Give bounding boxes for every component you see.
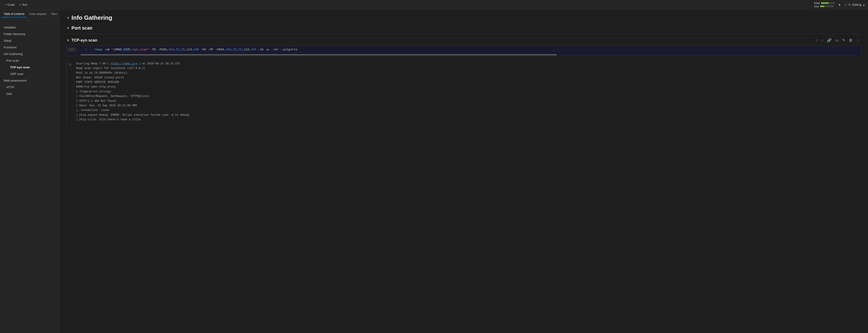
output-line-3: Not shown: 65528 closed ports <box>76 75 858 80</box>
code-pa-443: 443 <box>226 48 231 51</box>
tab-table-of-contents[interactable]: Table of contents <box>1 11 27 18</box>
info-gathering-heading: Info Gathering <box>71 14 112 21</box>
sidebar-content: Variables Folder hierarchy Setup Functio… <box>0 22 59 333</box>
link-button[interactable]: 🔗 <box>826 37 833 43</box>
disk-bar <box>820 5 834 7</box>
move-up-button[interactable]: ↑ <box>815 38 819 43</box>
chevron-up-icon: ▲ <box>863 3 865 6</box>
disk-bar-fill <box>820 5 824 7</box>
code-nmap-cmd: !nmap <box>94 48 102 51</box>
ram-disk-dropdown-icon[interactable]: ▼ <box>838 3 841 7</box>
sidebar-item-setup[interactable]: Setup <box>0 37 59 44</box>
tcp-syn-scan-title-left: ▼ TCP-syn scan <box>66 38 97 42</box>
tcp-syn-scan-collapse-icon[interactable]: ▼ <box>66 38 70 42</box>
scroll-up-indicator[interactable]: ▲ <box>0 19 59 22</box>
nmap-link[interactable]: https://nmap.org <box>111 62 137 65</box>
tcp-syn-scan-heading: TCP-syn scan <box>71 38 97 42</box>
code-comma3: , <box>179 48 181 51</box>
content-area: ▼ Info Gathering ▼ Port scan ▼ TCP-syn s… <box>60 10 868 333</box>
info-gathering-collapse-icon[interactable]: ▼ <box>66 16 70 20</box>
output-line-10: |_ Connection: close <box>76 108 858 113</box>
output-line-5: 8080/tcp open http-proxy <box>76 85 858 89</box>
add-code-button[interactable]: + Code <box>3 2 17 7</box>
code-block-header: [7] 1 !nmap -oA "{NMAP_DIR}/syn_scan" -P… <box>67 46 861 54</box>
output-line-4: PORT STATE SERVICE VERSION <box>76 80 858 85</box>
code-ps-22: 22 <box>176 48 180 51</box>
sidebar-item-variables[interactable]: Variables <box>0 24 59 31</box>
code-flag-pa: -PA <box>215 48 220 51</box>
sidebar-item-web-assessment[interactable]: Web assessment <box>0 77 59 84</box>
code-scrollbar-thumb <box>81 54 557 56</box>
code-pa-80: 80 <box>220 48 224 51</box>
code-ps-110: 110 <box>187 48 192 51</box>
more-button[interactable]: ⋮ <box>855 37 861 43</box>
sidebar-item-info-gathering[interactable]: Info Gathering <box>0 51 59 57</box>
disk-row: Disk <box>814 5 835 8</box>
code-pa-445: 445 <box>251 48 256 51</box>
code-flag-pe: -PE <box>151 48 156 51</box>
port-scan-heading: Port scan <box>71 25 92 31</box>
ram-bar-fill <box>821 2 829 4</box>
code-comma2: , <box>174 48 176 51</box>
add-text-button[interactable]: + Text <box>17 2 30 7</box>
code-comma5: , <box>192 48 194 51</box>
sidebar-item-folder-hierarchy[interactable]: Folder hierarchy <box>0 31 59 37</box>
edit-button[interactable]: ✎ <box>841 37 846 43</box>
output-line-1: Nmap scan report for localhost (127.0.0.… <box>76 66 858 70</box>
code-scrollbar[interactable] <box>67 54 861 56</box>
delete-button[interactable]: 🗑 <box>848 38 854 43</box>
sidebar-item-dirb[interactable]: Dirb <box>0 91 59 97</box>
sidebar-item-port-scan[interactable]: Port scan <box>0 57 59 64</box>
pencil-icon: ✎ <box>848 3 851 7</box>
ram-label: RAM <box>814 2 819 5</box>
code-flag-ps: -PS <box>158 48 163 51</box>
editing-label: Editing <box>852 3 861 6</box>
code-ps-25: 25 <box>181 48 185 51</box>
section-info-gathering-title: ▼ Info Gathering <box>66 14 861 21</box>
code-ps-445: 445 <box>194 48 199 51</box>
code-flag-ss: -sS -p- -sV --allports <box>258 48 298 51</box>
move-down-button[interactable]: ↓ <box>820 38 825 43</box>
code-pa-25: 25 <box>238 48 242 51</box>
tab-code-snippets[interactable]: Code snippets <box>27 11 49 18</box>
sidebar-tabs: Table of contents Code snippets Files × <box>0 10 59 19</box>
code-block-tcp-syn: [7] 1 !nmap -oA "{NMAP_DIR}/syn_scan" -P… <box>66 46 861 56</box>
toolbar-right: RAM Disk ▼ ✓ ✎ Editing ▲ <box>814 2 865 8</box>
output-copy-icon[interactable]: ⎘ <box>69 62 71 68</box>
code-comma8: , <box>237 48 238 51</box>
code-pa-22: 22 <box>233 48 237 51</box>
editing-button[interactable]: ✓ ✎ Editing ▲ <box>844 2 865 7</box>
code-string-open: " <box>112 48 113 51</box>
code-flag-pu: -PU -PP <box>201 48 213 51</box>
comment-button[interactable]: ▭ <box>834 37 840 43</box>
code-nmap-dir-brace-close: } <box>129 48 131 51</box>
main-layout: Table of contents Code snippets Files × … <box>0 10 868 333</box>
port-scan-collapse-icon[interactable]: ▼ <box>66 26 70 30</box>
output-block: ⎘ Starting Nmap 7.60 ( https://nmap.org … <box>66 59 861 124</box>
sidebar-item-tcp-syn-scan[interactable]: TCP-syn scan <box>0 64 59 70</box>
code-nmap-dir-var: NMAP_DIR <box>115 48 129 51</box>
tab-files[interactable]: Files <box>49 11 59 18</box>
code-line-badge: [7] <box>67 47 76 52</box>
code-ps-80: 80 <box>163 48 167 51</box>
code-line-num: 1 <box>76 47 90 53</box>
output-line-7: | FourOhFourRequest, GetRequest, HTTPOpt… <box>76 94 858 98</box>
code-syn-scan-path: /syn_scan" <box>131 48 149 51</box>
disk-label: Disk <box>814 5 819 8</box>
check-icon: ✓ <box>844 2 847 7</box>
sidebar-item-udp-scan[interactable]: UDP scan <box>0 70 59 77</box>
code-comma4: , <box>185 48 187 51</box>
output-line-6: | fingerprint-strings: <box>76 89 858 94</box>
output-line-2: Host is up (0.0000040s latency). <box>76 70 858 75</box>
sidebar-item-http[interactable]: HTTP <box>0 84 59 91</box>
ram-disk-info: RAM Disk <box>814 2 835 8</box>
code-content[interactable]: !nmap -oA "{NMAP_DIR}/syn_scan" -PE -PS8… <box>90 46 301 53</box>
ram-row: RAM <box>814 2 835 5</box>
sidebar: Table of contents Code snippets Files × … <box>0 10 60 333</box>
section-port-scan-title: ▼ Port scan <box>66 25 861 31</box>
section-tcp-syn-scan: ▼ TCP-syn scan ↑ ↓ 🔗 ▭ ✎ 🗑 ⋮ <box>66 37 861 43</box>
code-ps-443: 443 <box>168 48 174 51</box>
section-toolbar: ↑ ↓ 🔗 ▭ ✎ 🗑 ⋮ <box>815 37 861 43</box>
sidebar-item-functions[interactable]: Functions <box>0 44 59 51</box>
ram-bar <box>821 2 835 4</box>
